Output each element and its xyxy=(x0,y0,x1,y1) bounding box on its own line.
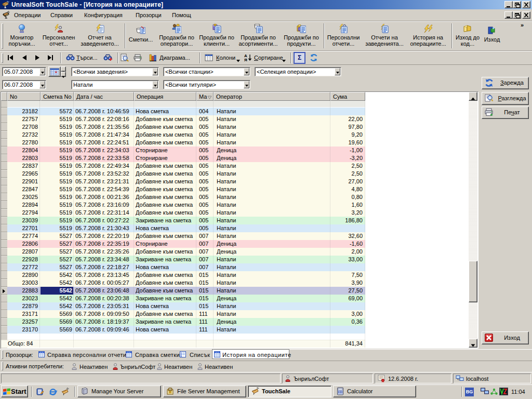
svg-text:Я: Я xyxy=(244,58,247,62)
